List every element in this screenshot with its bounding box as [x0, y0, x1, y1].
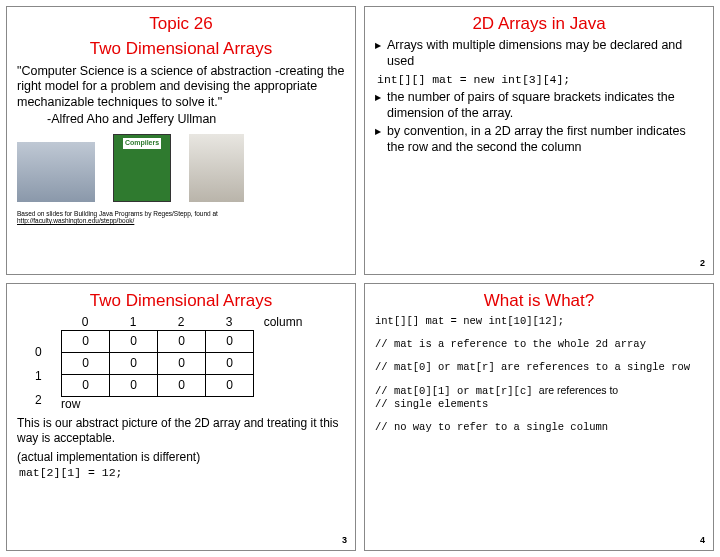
cell: 0 — [110, 352, 158, 374]
wiw-line1: int[][] mat = new int[10][12]; — [375, 315, 703, 328]
page-number: 4 — [700, 535, 705, 546]
slide2-code: int[][] mat = new int[3][4]; — [377, 73, 703, 87]
cell: 0 — [62, 352, 110, 374]
wiw-line6: // no way to refer to a single column — [375, 421, 703, 434]
wiw-l4a: // mat[0][1] or mat[r][c] — [375, 385, 539, 397]
foot-line1: Based on slides for Building Java Progra… — [17, 210, 218, 217]
wiw-line5: // single elements — [375, 398, 703, 411]
slide2-bullets-b: the number of pairs of square brackets i… — [375, 90, 703, 156]
slide3-text2: (actual implementation is different) — [17, 450, 345, 465]
slide1-topic: Topic 26 — [17, 13, 345, 34]
slide1-footer: Based on slides for Building Java Progra… — [17, 210, 345, 224]
photo-ullman — [189, 134, 244, 202]
cell: 0 — [158, 330, 206, 352]
cell: 0 — [158, 352, 206, 374]
foot-url: http://faculty.washington.edu/stepp/book… — [17, 217, 134, 224]
slide3-text1: This is our abstract picture of the 2D a… — [17, 416, 345, 446]
slide-1: Topic 26 Two Dimensional Arrays "Compute… — [6, 6, 356, 275]
bullet-2: the number of pairs of square brackets i… — [375, 90, 703, 121]
slide4-title: What is What? — [375, 290, 703, 311]
cell: 0 — [206, 352, 254, 374]
wiw-line2: // mat is a reference to the whole 2d ar… — [375, 338, 703, 351]
slide2-bullets: Arrays with multiple dimensions may be d… — [375, 38, 703, 69]
array-table: 0000 0000 0000 — [61, 330, 254, 397]
slide1-image-row: Compilers — [17, 134, 345, 202]
wiw-l4b: are references to — [539, 384, 618, 396]
wiw-line3: // mat[0] or mat[r] are references to a … — [375, 361, 703, 374]
slide-3: Two Dimensional Arrays 0 1 2 3 column 0 … — [6, 283, 356, 552]
wiw-line4: // mat[0][1] or mat[r][c] are references… — [375, 384, 703, 398]
col-0: 0 — [61, 315, 109, 330]
cell: 0 — [110, 330, 158, 352]
slide3-code: mat[2][1] = 12; — [19, 466, 345, 480]
cell: 0 — [110, 374, 158, 396]
cell: 0 — [158, 374, 206, 396]
book-title: Compilers — [123, 138, 161, 149]
row-labels: 0 1 2 — [35, 340, 42, 412]
page-number: 3 — [342, 535, 347, 546]
slide1-attrib: -Alfred Aho and Jeffery Ullman — [47, 112, 345, 128]
bullet-1: Arrays with multiple dimensions may be d… — [375, 38, 703, 69]
row-2: 2 — [35, 388, 42, 412]
col-1: 1 — [109, 315, 157, 330]
photo-aho — [17, 142, 95, 202]
row-0: 0 — [35, 340, 42, 364]
slide3-title: Two Dimensional Arrays — [17, 290, 345, 311]
slide2-title: 2D Arrays in Java — [375, 13, 703, 34]
column-label: column — [259, 315, 307, 330]
cell: 0 — [206, 330, 254, 352]
page-number: 2 — [700, 258, 705, 269]
slide-2: 2D Arrays in Java Arrays with multiple d… — [364, 6, 714, 275]
slide-grid: Topic 26 Two Dimensional Arrays "Compute… — [6, 6, 714, 551]
column-headers: 0 1 2 3 column — [61, 315, 345, 330]
col-3: 3 — [205, 315, 253, 330]
row-1: 1 — [35, 364, 42, 388]
slide1-title: Two Dimensional Arrays — [17, 38, 345, 59]
cell: 0 — [62, 374, 110, 396]
slide-4: What is What? int[][] mat = new int[10][… — [364, 283, 714, 552]
slide1-quote: "Computer Science is a science of abstra… — [17, 64, 345, 111]
cell: 0 — [62, 330, 110, 352]
col-2: 2 — [157, 315, 205, 330]
bullet-3: by convention, in a 2D array the first n… — [375, 124, 703, 155]
book-compilers: Compilers — [113, 134, 171, 202]
row-label: row — [61, 397, 345, 412]
cell: 0 — [206, 374, 254, 396]
